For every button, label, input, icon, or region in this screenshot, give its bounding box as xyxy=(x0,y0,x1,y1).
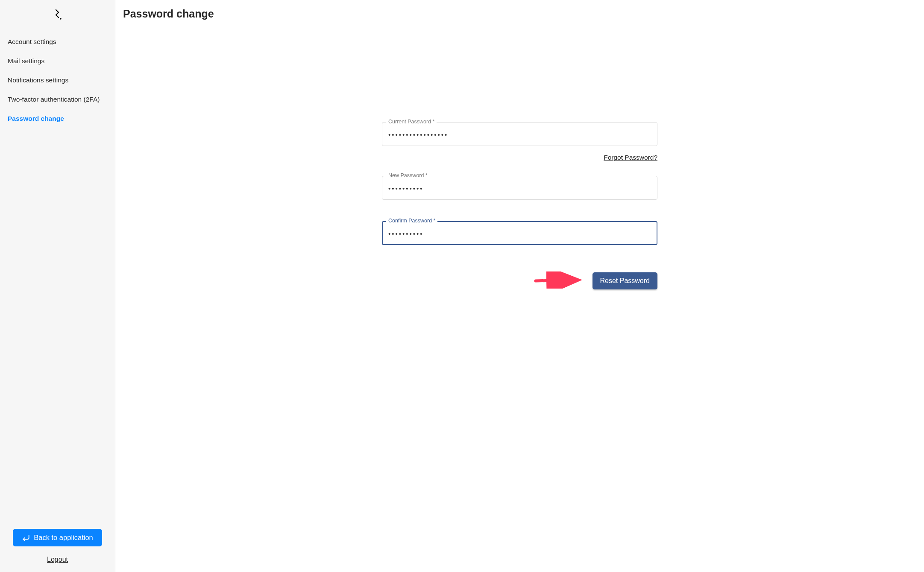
submit-row: Reset Password xyxy=(382,272,657,289)
svg-point-0 xyxy=(60,18,62,20)
current-password-input[interactable] xyxy=(382,122,657,146)
arrow-annotation xyxy=(534,271,585,290)
sidebar-item-password-change[interactable]: Password change xyxy=(8,115,107,123)
current-password-label: Current Password * xyxy=(386,119,437,125)
sidebar: Account settings Mail settings Notificat… xyxy=(0,0,115,572)
page-title: Password change xyxy=(123,8,916,20)
reset-password-button[interactable]: Reset Password xyxy=(593,272,658,289)
sidebar-item-account-settings[interactable]: Account settings xyxy=(8,38,107,46)
return-arrow-icon xyxy=(22,534,30,542)
main: Password change Current Password * Forgo… xyxy=(115,0,924,572)
new-password-group: New Password * xyxy=(382,176,657,200)
confirm-password-group: Confirm Password * xyxy=(382,221,657,245)
password-form: Current Password * Forgot Password? New … xyxy=(382,122,657,289)
logo-icon xyxy=(53,9,63,20)
confirm-password-input[interactable] xyxy=(382,221,657,245)
sidebar-item-notifications-settings[interactable]: Notifications settings xyxy=(8,76,107,84)
sidebar-item-two-factor[interactable]: Two-factor authentication (2FA) xyxy=(8,96,107,103)
new-password-label: New Password * xyxy=(386,172,430,178)
page-header: Password change xyxy=(115,0,924,28)
forgot-password-link[interactable]: Forgot Password? xyxy=(604,154,657,161)
new-password-input[interactable] xyxy=(382,176,657,200)
logout-link[interactable]: Logout xyxy=(47,556,68,563)
arrow-icon xyxy=(534,271,585,289)
logo xyxy=(0,0,115,29)
confirm-password-label: Confirm Password * xyxy=(386,218,437,224)
current-password-group: Current Password * xyxy=(382,122,657,146)
content: Current Password * Forgot Password? New … xyxy=(115,28,924,572)
sidebar-nav: Account settings Mail settings Notificat… xyxy=(0,29,115,123)
sidebar-bottom: Back to application Logout xyxy=(0,529,115,572)
back-to-application-button[interactable]: Back to application xyxy=(13,529,102,546)
sidebar-item-mail-settings[interactable]: Mail settings xyxy=(8,57,107,65)
forgot-password-row: Forgot Password? xyxy=(382,154,657,161)
svg-line-2 xyxy=(536,280,576,281)
back-button-label: Back to application xyxy=(34,534,93,542)
